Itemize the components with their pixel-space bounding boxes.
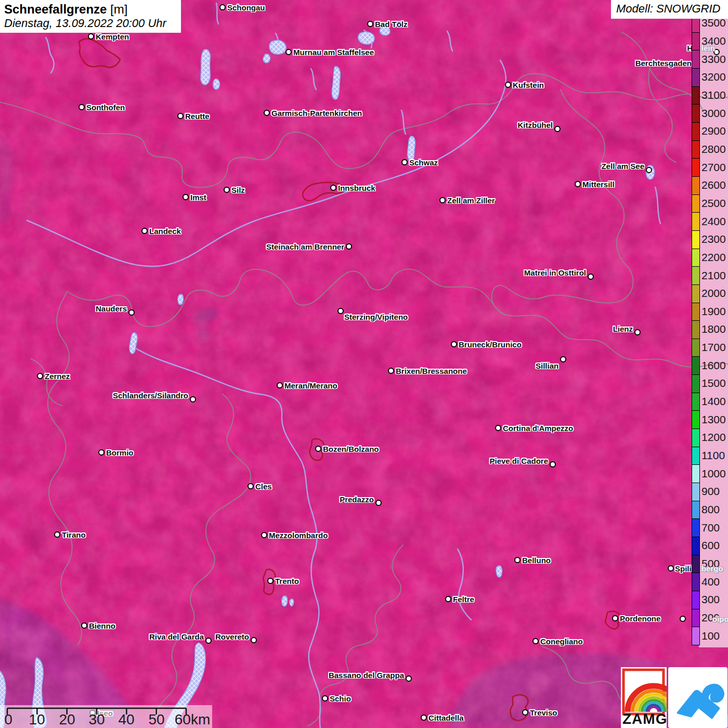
colorbar-label: 2700: [701, 161, 726, 173]
city-label: Bormio: [106, 448, 134, 457]
colorbar-label: 1700: [701, 341, 726, 354]
colorbar-segment: [692, 104, 700, 123]
colorbar-segment: [692, 393, 700, 411]
city-label: Schlanders/Silandro: [113, 391, 188, 400]
city-dot: [550, 461, 556, 467]
colorbar-label: 2200: [701, 251, 726, 263]
colorbar-segment: [692, 627, 700, 645]
colorbar-label: 700: [701, 521, 720, 534]
city-label: lein: [701, 44, 715, 53]
city-label: Riva del Garda: [149, 632, 204, 641]
city-label: Spili: [675, 564, 692, 573]
colorbar-segment: [692, 303, 700, 321]
city-dot: [81, 622, 87, 629]
city-label: Conegliano: [540, 637, 583, 646]
city-label: Schio: [330, 694, 351, 703]
scale-bar: 0 10 20 30 40 50 60km: [0, 705, 212, 728]
city-dot: [560, 356, 566, 362]
city-dot: [177, 113, 184, 119]
colorbar-segment: [692, 266, 700, 285]
city-label: Predazzo: [340, 495, 374, 504]
city-dot: [264, 110, 270, 116]
colorbar-segment: [692, 609, 700, 628]
city-dot: [514, 557, 521, 563]
colorbar-segment: [692, 591, 700, 609]
map-annotations: SchongauBad TölzKemptenMurnau am Staffel…: [0, 0, 728, 728]
colorbar-label: 3100: [701, 88, 726, 101]
city-dot: [261, 532, 267, 538]
colorbar-label: 3200: [701, 71, 726, 83]
city-label: Tirano: [62, 530, 86, 539]
colorbar-label: 600: [701, 539, 720, 552]
city-dot: [224, 187, 230, 193]
city-dot: [554, 126, 561, 132]
colorbar-label: 300: [701, 593, 720, 606]
city-label: Zell am See: [601, 162, 644, 171]
colorbar-segment: [692, 483, 700, 501]
city-label: Cortina d'Ampezzo: [503, 424, 573, 433]
colorbar-segment: [692, 158, 700, 177]
colorbar-segment: [692, 374, 700, 393]
colorbar-label: 3000: [701, 107, 726, 119]
city-label: Pieve di Cadore: [489, 457, 548, 465]
scale-label-60km: 60km: [175, 711, 210, 728]
city-dot: [219, 4, 226, 10]
colorbar-label: 2400: [701, 215, 726, 227]
city-dot: [285, 49, 292, 55]
city-dot: [439, 197, 446, 203]
city-label: Silz: [231, 186, 245, 194]
city-label: Kufstein: [513, 81, 544, 89]
colorbar-segment: [692, 320, 700, 339]
city-dot: [190, 396, 196, 402]
colorbar-segment: [692, 518, 700, 537]
city-label: Schongau: [227, 3, 265, 12]
colorbar-segment: [692, 140, 700, 159]
city-dot: [367, 21, 373, 27]
city-dot: [37, 373, 43, 379]
city-dot: [680, 616, 686, 622]
city-dot: [495, 425, 501, 431]
city-dot: [646, 167, 652, 173]
city-label: Meran/Merano: [284, 381, 337, 390]
city-label: Murnau am Staffelsee: [293, 48, 374, 57]
city-label: Kitzbühel: [518, 121, 553, 129]
colorbar-label: 1900: [701, 305, 726, 317]
colorbar-segment: [692, 284, 700, 303]
city-label: Brixen/Bressanone: [396, 367, 467, 375]
city-label: Berchtesgaden: [635, 59, 692, 68]
colorbar-segment: [692, 249, 700, 267]
city-label: Sterzing/Vipiteno: [344, 313, 408, 321]
city-dot: [128, 309, 135, 316]
city-dot: [141, 228, 148, 234]
city-label: Nauders: [96, 304, 127, 313]
colorbar-label: 1200: [701, 431, 726, 444]
city-label: Imst: [190, 193, 206, 202]
city-dot: [522, 709, 528, 716]
page-title: Schneefallgrenze [m]: [4, 2, 177, 17]
colorbar-segment: [692, 555, 700, 574]
city-dot: [634, 329, 641, 335]
city-label: Treviso: [530, 708, 557, 717]
title-box: Schneefallgrenze [m] Dienstag, 13.09.202…: [0, 0, 181, 33]
city-label: Sillian: [536, 361, 558, 370]
colorbar-segment: [692, 194, 700, 213]
scale-label-30: 30: [88, 711, 105, 728]
city-dot: [337, 308, 344, 314]
colorbar-segment: [692, 501, 700, 519]
colorbar-segment: [692, 428, 700, 447]
zamg-logo-text: ZAMG: [622, 711, 667, 727]
city-dot: [505, 82, 511, 88]
colorbar-segment: [692, 573, 700, 591]
city-label: Reutte: [185, 112, 210, 121]
city-label: Feltre: [453, 595, 474, 604]
colorbar-segment: [692, 410, 700, 429]
city-label: Pordenone: [620, 614, 660, 623]
city-label: Cles: [255, 482, 272, 491]
city-dot: [88, 33, 94, 40]
colorbar-segment: [692, 176, 700, 195]
city-label: Sonthofen: [86, 103, 125, 112]
zamg-logo: ZAMG: [621, 667, 667, 728]
city-dot: [421, 714, 427, 721]
city-label: Matrei in Osttirol: [524, 268, 586, 277]
city-dot: [315, 446, 321, 452]
